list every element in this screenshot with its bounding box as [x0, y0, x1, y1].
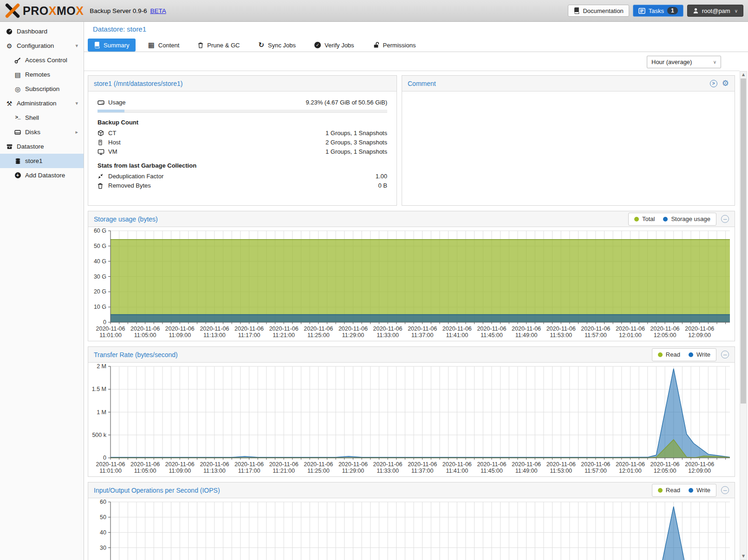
- svg-text:2020-11-0612:01:00: 2020-11-0612:01:00: [616, 461, 645, 474]
- svg-text:2020-11-0611:01:00: 2020-11-0611:01:00: [96, 461, 125, 474]
- panel-title: Transfer Rate (bytes/second): [94, 351, 178, 358]
- gear-icon[interactable]: ⚙: [722, 79, 729, 87]
- sidebar: Dashboard ⚙ Configuration ▾ Access Contr…: [0, 22, 84, 560]
- legend-dot: [689, 352, 693, 357]
- beta-link[interactable]: BETA: [150, 7, 166, 14]
- chevron-down-icon[interactable]: ▾: [75, 43, 78, 49]
- legend-item-storage-usage[interactable]: Storage usage: [663, 215, 710, 222]
- svg-text:2020-11-0611:29:00: 2020-11-0611:29:00: [338, 461, 368, 474]
- sidebar-item-add-datastore[interactable]: + Add Datastore: [0, 168, 84, 182]
- trash-icon: [98, 182, 108, 189]
- dashboard-icon: [5, 28, 14, 35]
- tab-summary[interactable]: Summary: [88, 39, 136, 52]
- legend-dot: [658, 488, 663, 493]
- dedup-row: Deduplication Factor 1.00: [98, 172, 387, 181]
- host-row: Host 2 Groups, 3 Snapshots: [98, 138, 387, 147]
- tab-sync-jobs[interactable]: ↻ Sync Jobs: [252, 39, 302, 52]
- legend-item-total[interactable]: Total: [634, 215, 655, 222]
- tab-prune-gc[interactable]: Prune & GC: [192, 39, 246, 52]
- hdd-icon: [98, 99, 108, 105]
- svg-text:2020-11-0611:13:00: 2020-11-0611:13:00: [200, 326, 229, 339]
- legend-item-read[interactable]: Read: [658, 487, 680, 494]
- svg-text:2020-11-0611:05:00: 2020-11-0611:05:00: [130, 461, 160, 474]
- svg-text:2020-11-0611:17:00: 2020-11-0611:17:00: [234, 326, 264, 339]
- grid-icon: ▦: [148, 42, 155, 49]
- tab-verify-jobs[interactable]: ✓ Verify Jobs: [308, 39, 360, 52]
- tasks-button[interactable]: Tasks 1: [633, 5, 683, 17]
- tab-content[interactable]: ▦ Content: [142, 39, 186, 52]
- chevron-down-icon[interactable]: ▾: [75, 100, 78, 106]
- svg-text:2020-11-0612:01:00: 2020-11-0612:01:00: [616, 326, 645, 339]
- scroll-down-icon[interactable]: ▼: [740, 554, 747, 558]
- documentation-button[interactable]: Documentation: [568, 5, 629, 17]
- collapse-panel-icon[interactable]: −: [721, 351, 729, 358]
- vertical-scrollbar[interactable]: ▲ ▼: [740, 71, 747, 560]
- vm-row: VM 1 Groups, 1 Snapshots: [98, 147, 387, 156]
- sidebar-item-access-control[interactable]: Access Control: [0, 53, 84, 67]
- scrollbar-thumb[interactable]: [741, 78, 746, 404]
- plus-circle-icon: +: [13, 172, 22, 178]
- sidebar-item-dashboard[interactable]: Dashboard: [0, 24, 84, 39]
- storage-usage-panel: Storage usage (bytes) Total Storage usag…: [88, 211, 735, 341]
- svg-text:2020-11-0611:49:00: 2020-11-0611:49:00: [512, 461, 541, 474]
- svg-text:2020-11-0611:49:00: 2020-11-0611:49:00: [512, 326, 541, 339]
- sidebar-item-remotes[interactable]: ▤ Remotes: [0, 67, 84, 82]
- svg-text:2020-11-0611:17:00: 2020-11-0611:17:00: [234, 461, 264, 474]
- sidebar-item-shell[interactable]: >_ Shell: [0, 111, 84, 125]
- svg-text:2020-11-0611:37:00: 2020-11-0611:37:00: [408, 326, 437, 339]
- collapse-panel-icon[interactable]: −: [721, 215, 729, 223]
- tabbar: Summary ▦ Content Prune & GC ↻ Sync Jobs…: [88, 39, 422, 52]
- chevron-circle-right-icon[interactable]: >: [710, 80, 717, 87]
- comment-body[interactable]: [402, 91, 735, 205]
- hdd-icon: [13, 130, 22, 135]
- scroll-up-icon[interactable]: ▲: [740, 72, 747, 77]
- user-menu-button[interactable]: root@pam ∨: [687, 5, 743, 17]
- svg-text:500 k: 500 k: [92, 432, 106, 438]
- svg-text:2020-11-0612:09:00: 2020-11-0612:09:00: [685, 326, 714, 339]
- sidebar-item-administration[interactable]: ⚒ Administration ▾: [0, 96, 84, 111]
- transfer-rate-panel: Transfer Rate (bytes/second) Read Write …: [88, 346, 735, 477]
- iops-chart: 60504030201002020-11-0611:01:002020-11-0…: [88, 498, 735, 560]
- tab-permissions[interactable]: Permissions: [367, 39, 422, 52]
- usage-label: Usage: [108, 99, 126, 106]
- legend-item-read[interactable]: Read: [658, 351, 680, 358]
- legend-dot: [689, 488, 693, 493]
- svg-text:30: 30: [100, 545, 106, 551]
- svg-text:60 G: 60 G: [94, 228, 106, 234]
- svg-text:2020-11-0612:05:00: 2020-11-0612:05:00: [650, 461, 680, 474]
- check-circle-icon: ✓: [314, 42, 321, 48]
- version-text: Backup Server 0.9-6: [90, 7, 147, 14]
- panel-title: Comment: [408, 80, 436, 87]
- svg-text:2020-11-0611:09:00: 2020-11-0611:09:00: [165, 326, 195, 339]
- sidebar-item-store1[interactable]: store1: [0, 154, 84, 168]
- server-list-icon: ▤: [13, 72, 22, 78]
- sidebar-item-subscription[interactable]: ◎ Subscription: [0, 82, 84, 96]
- life-ring-icon: ◎: [13, 86, 22, 92]
- sidebar-item-disks[interactable]: Disks ▸: [0, 125, 84, 139]
- legend-item-write[interactable]: Write: [689, 351, 710, 358]
- toolbar: Hour (average) ∨: [84, 52, 740, 71]
- task-list-icon: [638, 8, 645, 14]
- svg-text:0: 0: [103, 455, 106, 461]
- backup-count-heading: Backup Count: [98, 119, 387, 126]
- svg-text:0: 0: [103, 319, 106, 326]
- legend-dot: [663, 217, 668, 221]
- svg-text:2020-11-0611:53:00: 2020-11-0611:53:00: [546, 461, 576, 474]
- svg-text:2020-11-0611:21:00: 2020-11-0611:21:00: [269, 326, 299, 339]
- svg-text:2020-11-0611:57:00: 2020-11-0611:57:00: [581, 461, 610, 474]
- collapse-panel-icon[interactable]: −: [721, 486, 729, 494]
- sidebar-item-datastore[interactable]: Datastore: [0, 139, 84, 154]
- removed-bytes-row: Removed Bytes 0 B: [98, 181, 387, 190]
- svg-text:2020-11-0611:01:00: 2020-11-0611:01:00: [96, 326, 125, 339]
- user-icon: [693, 7, 699, 14]
- legend-item-write[interactable]: Write: [689, 487, 710, 494]
- proxmox-logo: PROXMOX: [5, 3, 84, 19]
- panel-title: store1 (/mnt/datastores/store1): [94, 80, 182, 87]
- svg-text:2020-11-0611:45:00: 2020-11-0611:45:00: [477, 326, 506, 339]
- svg-text:40: 40: [100, 529, 106, 536]
- svg-text:2020-11-0611:33:00: 2020-11-0611:33:00: [373, 326, 403, 339]
- svg-text:2020-11-0612:09:00: 2020-11-0612:09:00: [685, 461, 714, 474]
- sidebar-item-configuration[interactable]: ⚙ Configuration ▾: [0, 39, 84, 53]
- timeframe-select[interactable]: Hour (average) ∨: [647, 56, 721, 68]
- chevron-right-icon[interactable]: ▸: [75, 129, 78, 135]
